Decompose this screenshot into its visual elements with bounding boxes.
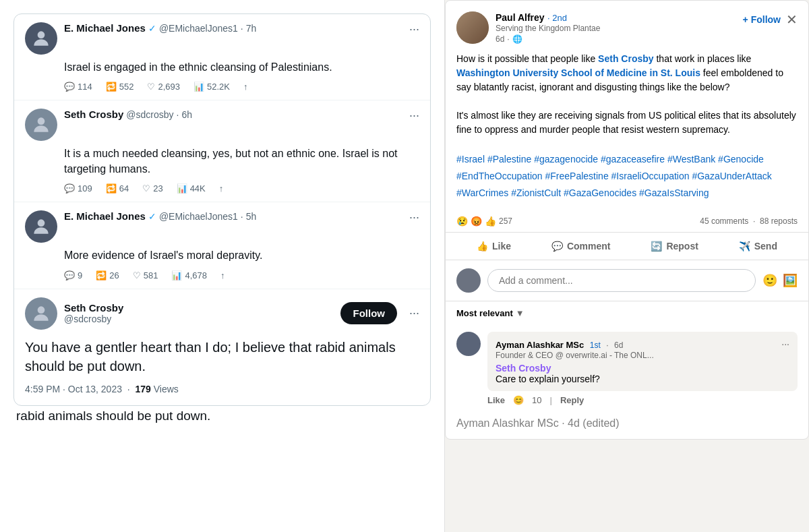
post-stats: 😢 😡 👍 257 45 comments · 88 reposts	[446, 210, 808, 233]
views-icon-3: 📊	[171, 270, 182, 280]
comment-1-like-count: 10	[532, 395, 541, 405]
bottom-cropped-comment: Ayman Alashkar MSc · 4d (edited)	[446, 412, 808, 439]
bottom-partial-text: Ayman Alashkar MSc · 4d (edited)	[456, 417, 620, 429]
sort-chevron-icon[interactable]: ▼	[516, 308, 525, 318]
tweet-2-timestamp: 6h	[181, 109, 192, 120]
tweet-2-reply-count: 109	[78, 183, 92, 194]
tweet-1: E. Michael Jones ✓ @EMichaelJones1 · 7h …	[14, 14, 430, 100]
post-close-button[interactable]: ✕	[786, 11, 798, 28]
tweet-3-views[interactable]: 📊 4,678	[171, 270, 207, 280]
bottom-tweet: Seth Crosby @sdcrosby Follow ··· You hav…	[14, 289, 430, 405]
comment-1-connection: 1st	[590, 341, 601, 350]
bottom-tweet-more-icon[interactable]: ···	[409, 306, 419, 320]
tweet-3-author: E. Michael Jones	[64, 210, 146, 222]
comment-1-header: Ayman Alashkar MSc 1st · 6d ···	[496, 338, 789, 351]
heart-icon-2: ♡	[142, 183, 150, 194]
seth-crosby-link[interactable]: Seth Crosby	[598, 53, 653, 64]
left-panel: E. Michael Jones ✓ @EMichaelJones1 · 7h …	[0, 0, 445, 532]
tweet-1-author: E. Michael Jones	[64, 22, 146, 34]
post-content: How is it possible that people like Seth…	[446, 44, 808, 210]
follow-button[interactable]: Follow	[340, 302, 397, 324]
tweet-3-retweets[interactable]: 🔁 26	[96, 270, 119, 280]
image-icon[interactable]: 🖼️	[783, 273, 798, 288]
comment-1-mention[interactable]: Seth Crosby	[496, 363, 551, 374]
sort-row: Most relevant ▼	[446, 301, 808, 325]
tweet-3-share[interactable]: ↑	[220, 270, 225, 280]
post-time: 6d	[496, 34, 504, 44]
post-paragraph-2: It's almost like they are receiving sign…	[456, 109, 798, 137]
tweet-2-actions: 💬 109 🔁 64 ♡ 23 📊 44K ↑	[64, 183, 419, 194]
comment-1-time: ·	[606, 341, 608, 350]
post-author-name-row: Paul Alfrey · 2nd	[496, 11, 736, 24]
tweet-3-handle: @EMichaelJones1	[159, 211, 238, 222]
send-button[interactable]: ✈️ Send	[731, 235, 785, 257]
tweet-1-time: ·	[241, 23, 243, 34]
comment-input[interactable]	[487, 269, 756, 292]
tweet-2-replies[interactable]: 💬 109	[64, 183, 92, 194]
tweet-3-more-icon[interactable]: ···	[409, 210, 419, 225]
reposts-count: 88 reposts	[760, 216, 798, 226]
post-author-avatar	[456, 11, 489, 44]
tweet-2-views[interactable]: 📊 44K	[177, 183, 206, 194]
comment-1-more-icon[interactable]: ···	[781, 338, 789, 349]
tweet-2: Seth Crosby @sdcrosby · 6h ··· It is a m…	[14, 100, 430, 202]
comment-1-like-btn[interactable]: Like	[487, 395, 505, 405]
tweet-1-rt-count: 552	[119, 82, 134, 92]
bottom-tweet-timestamp: 4:59 PM · Oct 13, 2023 · 179 Views	[25, 384, 419, 394]
tweet-2-retweets[interactable]: 🔁 64	[106, 183, 129, 194]
like-button[interactable]: 👍 Like	[469, 235, 519, 257]
svg-point-0	[38, 31, 45, 38]
repost-button[interactable]: 🔄 Repost	[642, 235, 706, 257]
tweet-2-likes[interactable]: ♡ 23	[142, 183, 162, 194]
university-link[interactable]: Washington University School of Medicine…	[456, 67, 700, 78]
tweet-1-retweets[interactable]: 🔁 552	[106, 82, 134, 92]
comment-1-like-emoji: 😊	[513, 395, 524, 405]
sort-label[interactable]: Most relevant	[456, 308, 513, 318]
send-icon: ✈️	[739, 241, 750, 252]
comment-input-icons: 🙂 🖼️	[762, 273, 798, 288]
emoji-icon[interactable]: 🙂	[762, 273, 777, 288]
reaction-emoji-1: 😢	[456, 216, 468, 227]
svg-point-3	[38, 306, 45, 314]
tweet-3-likes[interactable]: ♡ 581	[133, 270, 158, 280]
comment-1-body: Ayman Alashkar MSc 1st · 6d ··· Founder …	[487, 332, 798, 391]
heart-icon: ♡	[147, 82, 155, 92]
tweet-1-reply-count: 114	[78, 82, 92, 92]
tweet-1-more-icon[interactable]: ···	[409, 22, 419, 36]
tweet-1-text: Israel is engaged in the ethnic cleansin…	[64, 60, 419, 75]
tweet-1-share[interactable]: ↑	[243, 82, 248, 92]
send-label: Send	[754, 241, 777, 252]
tweet-3-dot: ·	[241, 211, 243, 222]
comment-1-body-wrap: Ayman Alashkar MSc 1st · 6d ··· Founder …	[487, 332, 798, 405]
post-follow-button[interactable]: + Follow	[743, 14, 781, 25]
tweet-2-avatar	[25, 109, 57, 141]
reaction-emoji-2: 😡	[471, 216, 482, 227]
tweet-1-likes[interactable]: ♡ 2,693	[147, 82, 180, 92]
tweet-3-reply-count: 9	[78, 270, 82, 280]
tweet-3-replies[interactable]: 💬 9	[64, 270, 82, 280]
comment-1-avatar	[456, 332, 481, 356]
bottom-tweet-avatar	[25, 297, 57, 330]
retweet-icon: 🔁	[106, 82, 117, 92]
share-icon: ↑	[243, 82, 248, 92]
comment-1-divider: |	[549, 395, 551, 405]
comment-1-subtitle: Founder & CEO @ overwrite.ai - The ONL..…	[496, 351, 789, 360]
retweet-icon-2: 🔁	[106, 183, 117, 194]
comment-input-area: 🙂 🖼️	[446, 260, 808, 301]
tweet-2-like-count: 23	[153, 183, 162, 194]
tweet-2-share[interactable]: ↑	[219, 183, 224, 194]
svg-point-2	[38, 220, 45, 227]
tweet-1-views[interactable]: 📊 52.2K	[193, 82, 230, 92]
comment-1-reply-btn[interactable]: Reply	[560, 395, 584, 405]
post-author-name: Paul Alfrey	[496, 12, 545, 23]
tweet-2-more-icon[interactable]: ···	[409, 109, 419, 123]
post-connection-label: 2nd	[552, 13, 567, 23]
tweet-2-meta: Seth Crosby @sdcrosby · 6h	[64, 109, 402, 120]
reply-icon: 💬	[64, 82, 75, 92]
comment-item-1: Ayman Alashkar MSc 1st · 6d ··· Founder …	[446, 325, 808, 412]
retweet-icon-3: 🔁	[96, 270, 107, 280]
tweet-3-meta: E. Michael Jones ✓ @EMichaelJones1 · 5h	[64, 210, 402, 222]
tweet-1-replies[interactable]: 💬 114	[64, 82, 92, 92]
comment-button[interactable]: 💬 Comment	[543, 235, 619, 257]
tweet-3-like-count: 581	[144, 270, 158, 280]
